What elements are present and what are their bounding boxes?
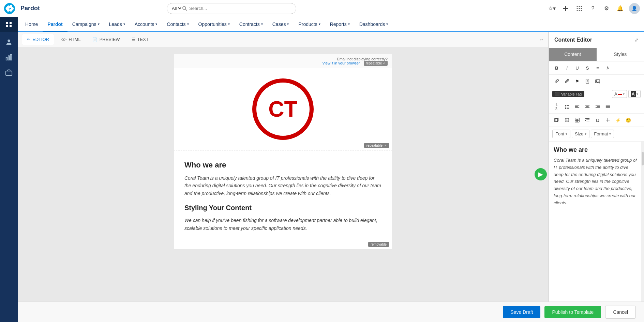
lightning-button[interactable]: ⚡ <box>614 116 623 125</box>
svg-point-5 <box>6 7 8 10</box>
italic-button[interactable]: I <box>563 63 571 72</box>
align-right-button[interactable] <box>593 102 602 111</box>
size-chevron-icon: ▾ <box>585 132 586 136</box>
help-icon[interactable]: ? <box>588 4 598 13</box>
nav-contracts[interactable]: Contracts ▾ <box>235 17 268 32</box>
nav-leads[interactable]: Leads ▾ <box>104 17 130 32</box>
expand-icon[interactable]: ⤢ <box>634 37 639 43</box>
doc-button[interactable] <box>583 77 592 86</box>
link-button[interactable] <box>552 77 561 86</box>
chevron-down-icon: ▾ <box>155 22 157 26</box>
indent-button[interactable] <box>583 116 592 125</box>
search-input[interactable] <box>189 6 278 11</box>
align-left-button[interactable] <box>573 102 582 111</box>
omega-button[interactable]: Ω <box>593 116 602 125</box>
email-content-section[interactable]: Who we are Coral Team is a uniquely tale… <box>174 150 392 249</box>
align-justify-button[interactable] <box>603 102 612 111</box>
nav-reports[interactable]: Reports ▾ <box>325 17 355 32</box>
salesforce-logo[interactable] <box>4 3 15 14</box>
settings-icon[interactable]: ⚙ <box>602 4 611 13</box>
nav-cases[interactable]: Cases ▾ <box>268 17 294 32</box>
bottom-bar: Save Draft Publish to Template Cancel <box>18 302 644 322</box>
resize-arrow-icon[interactable]: ↔ <box>539 36 544 43</box>
add-icon[interactable] <box>561 4 570 13</box>
format-chevron-icon: ▾ <box>609 132 611 136</box>
preview-icon: 📄 <box>92 37 98 42</box>
tab-text[interactable]: ☰ TEXT <box>126 34 154 45</box>
font-bg-color-button[interactable]: A ▾ <box>628 90 641 98</box>
nav-home[interactable]: Home <box>20 17 43 32</box>
nav-dashboards[interactable]: Dashboards ▾ <box>355 17 393 32</box>
flag-button[interactable]: ⚑ <box>573 77 582 86</box>
table-paste-button[interactable] <box>563 116 571 125</box>
scroll-right-arrow[interactable]: ▶ <box>535 168 547 180</box>
ordered-list-button[interactable]: 1.2. <box>552 102 561 111</box>
nav-accounts[interactable]: Accounts ▾ <box>130 17 162 32</box>
sidebar-chart-icon[interactable] <box>3 51 15 63</box>
section2-heading: Styling Your Content <box>184 204 381 212</box>
left-panel: ✏ EDITOR </> HTML 📄 PREVIEW ☰ TEXT ↔ <box>18 32 549 302</box>
svg-point-35 <box>565 105 566 106</box>
plus-button[interactable] <box>603 116 612 125</box>
svg-point-16 <box>576 10 578 11</box>
svg-point-15 <box>581 8 582 9</box>
tab-styles[interactable]: Styles <box>597 48 644 61</box>
table-insert-button[interactable] <box>573 116 582 125</box>
nav-products[interactable]: Products ▾ <box>294 17 325 32</box>
section1-heading: Who we are <box>184 161 381 170</box>
font-select[interactable]: Font ▾ <box>552 130 570 138</box>
favorites-icon[interactable]: ☆▾ <box>547 4 557 13</box>
cancel-button[interactable]: Cancel <box>605 306 636 319</box>
tab-content[interactable]: Content <box>549 48 597 61</box>
right-scrollbar[interactable] <box>641 142 644 302</box>
format-row: Font ▾ Size ▾ Format ▾ <box>549 127 644 141</box>
svg-rect-19 <box>6 22 8 24</box>
nav-icons: ☆▾ ? ⚙ 🔔 👤 <box>547 3 640 14</box>
bold-button[interactable]: B <box>552 63 561 72</box>
svg-point-10 <box>576 6 578 7</box>
search-scope-select[interactable]: All <box>170 5 182 11</box>
sidebar-person-icon[interactable] <box>3 36 15 48</box>
table-copy-button[interactable] <box>552 116 561 125</box>
publish-template-button[interactable]: Publish to Template <box>544 306 601 318</box>
right-preview: Who we are Coral Team is a uniquely tale… <box>549 141 644 302</box>
svg-line-7 <box>185 9 187 10</box>
view-in-browser-link[interactable]: View it in your browser <box>322 61 360 65</box>
waffle-icon[interactable] <box>574 4 584 13</box>
align-strip-button[interactable]: ≡ <box>593 63 602 72</box>
email-logo-section[interactable]: CT repeatable ✓ <box>174 68 392 150</box>
size-select[interactable]: Size ▾ <box>572 130 589 138</box>
avatar[interactable]: 👤 <box>629 3 640 14</box>
tab-preview[interactable]: 📄 PREVIEW <box>87 34 125 45</box>
nav-opportunities[interactable]: Opportunities ▾ <box>194 17 235 32</box>
content-editor-header: Content Editor ⤢ <box>549 32 644 48</box>
grid-icon[interactable] <box>0 17 18 32</box>
tab-editor[interactable]: ✏ EDITOR <box>22 34 54 45</box>
nav-campaigns[interactable]: Campaigns ▾ <box>68 17 104 32</box>
font-color-button[interactable]: A ▾ <box>612 90 627 98</box>
emoji-button[interactable]: 🙂 <box>624 116 633 125</box>
align-center-button[interactable] <box>583 102 592 111</box>
editor-icon: ✏ <box>27 37 30 42</box>
nav-contacts[interactable]: Contacts ▾ <box>162 17 193 32</box>
search-bar[interactable]: All <box>167 3 296 14</box>
strikethrough-button[interactable]: S <box>583 63 592 72</box>
format-select[interactable]: Format ▾ <box>591 130 614 138</box>
sidebar-briefcase-icon[interactable] <box>3 66 15 78</box>
email-canvas: Email not displaying correctly? View it … <box>174 54 392 249</box>
image-button[interactable] <box>593 77 602 86</box>
clear-format-button[interactable]: Ix <box>603 63 612 72</box>
unordered-list-button[interactable] <box>563 102 571 111</box>
svg-rect-9 <box>563 8 568 9</box>
save-draft-button[interactable]: Save Draft <box>503 306 540 318</box>
notifications-icon[interactable]: 🔔 <box>615 4 625 13</box>
svg-point-12 <box>581 6 582 7</box>
unlink-button[interactable] <box>563 77 571 86</box>
underline-button[interactable]: U <box>573 63 582 72</box>
nav-pardot[interactable]: Pardot <box>43 17 67 32</box>
canvas-area[interactable]: Email not displaying correctly? View it … <box>18 47 548 302</box>
tab-html[interactable]: </> HTML <box>56 34 86 45</box>
html-icon: </> <box>61 37 66 42</box>
svg-rect-67 <box>606 120 610 120</box>
variable-tag-button[interactable]: ⬛ Variable Tag <box>552 91 584 97</box>
